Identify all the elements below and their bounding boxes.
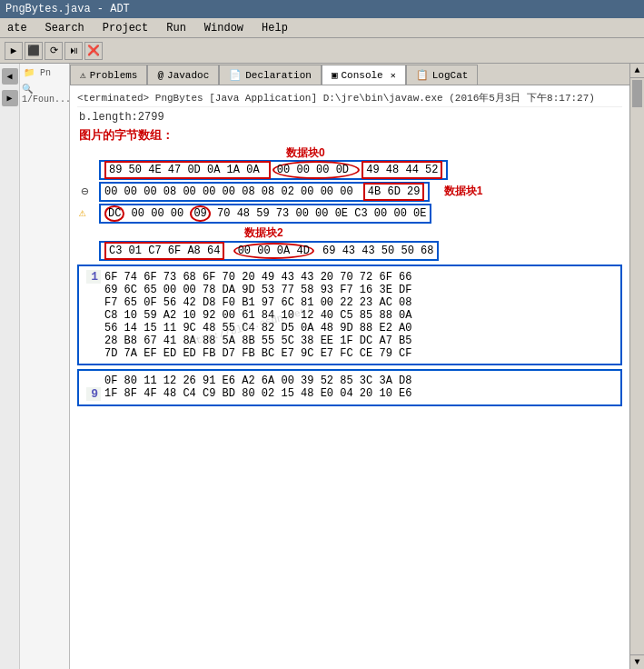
row4-hex-3: 69 43 43 50 50 68 bbox=[322, 245, 433, 257]
hex-row-4-container: 数据块2 C3 01 C7 6F A8 64 00 00 0A 4D 69 43… bbox=[77, 225, 622, 261]
circled-bytes-1: 00 00 00 0D bbox=[272, 161, 360, 179]
row4-content: 数据块2 C3 01 C7 6F A8 64 00 00 0A 4D 69 43… bbox=[94, 225, 439, 261]
blue-box-row2: 00 00 00 08 00 00 00 08 08 02 00 00 00 4… bbox=[99, 182, 430, 202]
red-box-4a: C3 01 C7 6F A8 64 bbox=[104, 242, 224, 260]
spacer-7 bbox=[86, 347, 101, 360]
main-layout: ◀ ▶ 📁 Pn 🔍1/Foun... ⚠ Problems @ Javadoc… bbox=[0, 64, 644, 669]
hex-row-3-container: ⚠ DC 00 00 00 09 70 48 59 73 00 00 0E C3… bbox=[77, 204, 622, 224]
tab-javadoc[interactable]: @ Javadoc bbox=[147, 65, 219, 85]
main-row-4: C8 10 59 A2 10 92 00 61 84 10 12 40 C5 8… bbox=[86, 309, 613, 322]
console-close-icon[interactable]: ✕ bbox=[391, 70, 396, 81]
tab-bar: ⚠ Problems @ Javadoc 📄 Declaration ▣ Con… bbox=[70, 64, 629, 85]
toolbar-btn-2[interactable]: ⬛ bbox=[25, 42, 43, 60]
spacer-lower-1 bbox=[86, 374, 101, 387]
main-row-1-container: 1 6F 74 6F 73 68 6F 70 20 49 43 43 20 70… bbox=[86, 270, 613, 284]
problems-icon: ⚠ bbox=[80, 69, 86, 81]
toolbar-btn-4[interactable]: ⏯ bbox=[64, 42, 83, 60]
block1-label: 数据块1 bbox=[444, 185, 483, 197]
pn-item-found[interactable]: 🔍1/Foun... bbox=[22, 84, 67, 105]
spacer-6 bbox=[86, 334, 101, 347]
spacer-4 bbox=[86, 309, 101, 322]
menu-run[interactable]: Run bbox=[163, 22, 190, 35]
block0-label: 数据块0 bbox=[286, 145, 325, 161]
menu-window[interactable]: Window bbox=[201, 22, 247, 35]
menu-search[interactable]: Search bbox=[42, 22, 88, 35]
scroll-up[interactable]: ▲ bbox=[630, 64, 644, 78]
line-num-1: 1 bbox=[86, 270, 101, 284]
image-bytes-label: 图片的字节数组： bbox=[79, 127, 622, 144]
lower-hex-block: 0F 80 11 12 26 91 E6 A2 6A 00 39 52 85 3… bbox=[77, 369, 622, 406]
toolbar: ▶ ⬛ ⟳ ⏯ ❌ bbox=[0, 38, 644, 64]
red-box-1a: 89 50 4E 47 0D 0A 1A 0A bbox=[104, 161, 271, 179]
scrollbar[interactable]: ▲ ▼ bbox=[629, 64, 644, 669]
main-row-3: F7 65 0F 56 42 D8 F0 B1 97 6C 81 00 22 2… bbox=[86, 296, 613, 309]
red-box-2: 4B 6D 29 bbox=[363, 183, 425, 201]
collapse-icon[interactable]: ◀ bbox=[2, 68, 18, 85]
hex-section-1: 数据块0 89 50 4E 47 0D 0A 1A 0A bbox=[77, 147, 622, 180]
line-num-9: 9 bbox=[86, 387, 101, 401]
left-icons: ◀ ▶ bbox=[0, 64, 20, 669]
declaration-icon: 📄 bbox=[229, 69, 242, 81]
javadoc-icon: @ bbox=[157, 70, 163, 81]
console-status: <terminated> PngBytes [Java Application]… bbox=[77, 89, 622, 107]
tab-area: ⚠ Problems @ Javadoc 📄 Declaration ▣ Con… bbox=[70, 64, 629, 669]
red-box-1b: 49 48 44 52 bbox=[362, 161, 442, 179]
menu-bar: ate Search Project Run Window Help bbox=[0, 18, 644, 38]
row3-hex-1: 00 00 00 bbox=[132, 207, 191, 220]
b-length: b.length:2799 bbox=[79, 111, 622, 124]
scroll-track[interactable] bbox=[630, 78, 644, 654]
spacer-2 bbox=[86, 284, 101, 296]
toolbar-btn-5[interactable]: ❌ bbox=[84, 42, 103, 60]
logcat-icon: 📋 bbox=[416, 69, 429, 81]
minus-icon-2[interactable]: ⊖ bbox=[81, 184, 88, 199]
hex-row-2-container: ⊖ 00 00 00 08 00 00 00 08 08 02 00 00 00… bbox=[77, 182, 622, 202]
circled-dc: DC bbox=[104, 205, 124, 222]
main-row-5: 56 14 15 11 9C 48 55 C4 82 D5 0A 48 9D 8… bbox=[86, 322, 613, 334]
title-bar: PngBytes.java - ADT bbox=[0, 0, 644, 18]
main-hex-block: http://blog.csdn.net/ 1 6F 74 6F 73 68 6… bbox=[77, 265, 622, 365]
scroll-thumb[interactable] bbox=[632, 80, 642, 107]
tab-console[interactable]: ▣ Console ✕ bbox=[322, 65, 406, 85]
scroll-down[interactable]: ▼ bbox=[630, 654, 644, 669]
main-row-2: 69 6C 65 00 00 78 DA 9D 53 77 58 93 F7 1… bbox=[86, 284, 613, 296]
spacer-3 bbox=[86, 296, 101, 309]
blue-box-row4: C3 01 C7 6F A8 64 00 00 0A 4D 69 43 43 5… bbox=[99, 241, 439, 261]
toolbar-btn-1[interactable]: ▶ bbox=[5, 42, 23, 60]
tab-logcat[interactable]: 📋 LogCat bbox=[406, 65, 479, 85]
tab-declaration[interactable]: 📄 Declaration bbox=[219, 65, 322, 85]
spacer-5 bbox=[86, 322, 101, 334]
title-text: PngBytes.java - ADT bbox=[5, 3, 130, 15]
pn-panel: 📁 Pn 🔍1/Foun... bbox=[20, 64, 70, 669]
console-content[interactable]: <terminated> PngBytes [Java Application]… bbox=[70, 85, 629, 669]
menu-project[interactable]: Project bbox=[99, 22, 152, 35]
circled-09: 09 bbox=[190, 205, 210, 222]
row2-hex: 00 00 00 08 00 00 00 08 08 02 00 00 00 bbox=[104, 185, 353, 198]
row1-content: 89 50 4E 47 0D 0A 1A 0A 00 00 00 0D 49 4… bbox=[94, 147, 448, 180]
main-row-6: 28 B8 67 41 8A 88 5A 8B 55 5C 38 EE 1F D… bbox=[86, 334, 613, 347]
lower-row-9-container: 9 1F 8F 4F 48 C4 C9 BD 80 02 15 48 E0 04… bbox=[86, 387, 613, 401]
main-row-7: 7D 7A EF ED ED FB D7 FB BC E7 9C E7 FC C… bbox=[86, 347, 613, 360]
row3-hex-2: 70 48 59 73 00 00 0E C3 00 00 0E bbox=[217, 207, 426, 220]
menu-ate[interactable]: ate bbox=[4, 22, 31, 35]
warn-icon: ⚠ bbox=[79, 205, 86, 220]
block2-label: 数据块2 bbox=[244, 225, 439, 241]
console-icon: ▣ bbox=[332, 69, 338, 81]
blue-box-row1: 89 50 4E 47 0D 0A 1A 0A 00 00 00 0D 49 4… bbox=[99, 160, 448, 180]
pn-label: 📁 Pn bbox=[22, 65, 67, 80]
blue-box-row3: DC 00 00 00 09 70 48 59 73 00 00 0E C3 0… bbox=[99, 204, 431, 224]
row3-content: ⚠ DC 00 00 00 09 70 48 59 73 00 00 0E C3… bbox=[94, 204, 431, 224]
outer-left-panel: ◀ ▶ 📁 Pn 🔍1/Foun... bbox=[0, 64, 70, 669]
row2-content: ⊖ 00 00 00 08 00 00 00 08 08 02 00 00 00… bbox=[94, 182, 482, 202]
menu-help[interactable]: Help bbox=[258, 22, 292, 35]
toolbar-btn-3[interactable]: ⟳ bbox=[45, 42, 63, 60]
tab-problems[interactable]: ⚠ Problems bbox=[70, 65, 147, 85]
circled-4b: 00 00 0A 4D bbox=[233, 243, 314, 259]
expand-icon[interactable]: ▶ bbox=[2, 90, 18, 106]
hex-row-1: 89 50 4E 47 0D 0A 1A 0A 00 00 00 0D 49 4… bbox=[77, 147, 622, 180]
main-row-1: 6F 74 6F 73 68 6F 70 20 49 43 43 20 70 7… bbox=[101, 271, 411, 284]
lower-row-1: 0F 80 11 12 26 91 E6 A2 6A 00 39 52 85 3… bbox=[86, 374, 613, 387]
